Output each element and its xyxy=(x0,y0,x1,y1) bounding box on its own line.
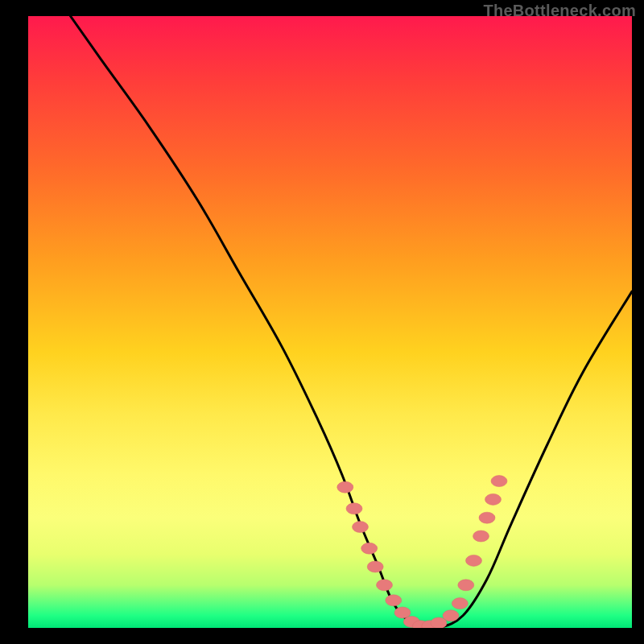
highlight-dot xyxy=(353,522,369,533)
curve-svg xyxy=(28,16,632,628)
highlight-dot xyxy=(337,481,353,493)
highlight-dots-group xyxy=(337,476,507,628)
bottleneck-curve xyxy=(71,16,633,628)
plot-area xyxy=(28,16,632,628)
highlight-dot xyxy=(377,580,393,591)
highlight-dot xyxy=(473,530,489,542)
highlight-dot xyxy=(443,610,459,621)
highlight-dot xyxy=(346,503,362,514)
highlight-dot xyxy=(458,580,474,591)
highlight-dot xyxy=(491,476,507,487)
highlight-dot xyxy=(367,561,383,572)
chart-frame: TheBottleneck.com xyxy=(0,0,644,644)
highlight-dot xyxy=(386,595,402,606)
highlight-dot xyxy=(361,543,378,554)
highlight-dot xyxy=(485,493,502,505)
watermark-label: TheBottleneck.com xyxy=(483,2,636,20)
highlight-dot xyxy=(452,598,468,609)
highlight-dot xyxy=(479,512,495,523)
highlight-dot xyxy=(466,555,482,566)
